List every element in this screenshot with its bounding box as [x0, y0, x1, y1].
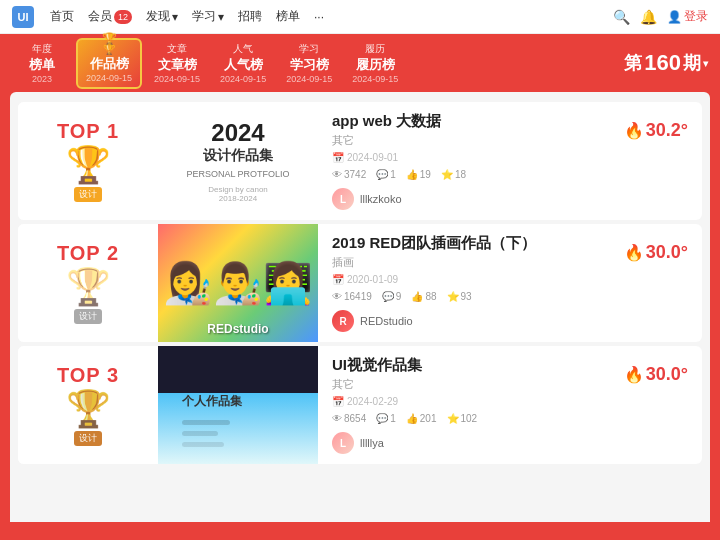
nav-item-member[interactable]: 会员 12: [88, 8, 132, 25]
banner-tab-works[interactable]: 🏆 作品榜 2024-09-15: [76, 38, 142, 89]
rank-author-3: L lllllya: [332, 432, 610, 454]
banner-tab-resume[interactable]: 履历 履历榜 2024-09-15: [344, 38, 406, 88]
banner-tab-articles[interactable]: 文章 文章榜 2024-09-15: [146, 38, 208, 88]
tab-popular-icon: 人气: [233, 42, 253, 56]
banner-tab-learning[interactable]: 学习 学习榜 2024-09-15: [278, 38, 340, 88]
banner-tabs: 年度 榜单 2023 🏆 作品榜 2024-09-15 文章 文章榜 2024-…: [0, 34, 720, 92]
rank-cat-1: 其它: [332, 133, 610, 148]
rank-label-1: TOP 1: [57, 120, 119, 143]
tab-learning-icon: 学习: [299, 42, 319, 56]
rank-item-1: TOP 1 🏆 设计 2024 设计作品集 PERSONAL PROTFOLIO…: [18, 102, 702, 220]
rank-info-top-2: 2019 RED团队插画作品（下） 插画 📅 2020-01-09 👁 1641…: [332, 234, 610, 302]
rank-title-2[interactable]: 2019 RED团队插画作品（下）: [332, 234, 610, 253]
rank-author-2: R REDstudio: [332, 310, 610, 332]
tab-resume-icon: 履历: [365, 42, 385, 56]
rank-left-2: TOP 2 🏆 设计: [18, 224, 158, 342]
tab-articles-icon: 文章: [167, 42, 187, 56]
rank-thumb-3[interactable]: 个人作品集: [158, 346, 318, 464]
rank-info-3: UI视觉作品集 其它 📅 2024-02-29 👁 8654 💬 1 👍 201…: [318, 346, 624, 464]
rank-info-1: app web 大数据 其它 📅 2024-09-01 👁 3742 💬 1 👍…: [318, 102, 624, 220]
rank-date-1: 📅 2024-09-01: [332, 152, 610, 163]
rank-cat-2: 插画: [332, 255, 610, 270]
rank-left-1: TOP 1 🏆 设计: [18, 102, 158, 220]
tab-works-icon: 🏆: [103, 44, 115, 55]
login-button[interactable]: 👤 登录: [667, 8, 708, 25]
rank-thumb-2[interactable]: 👩‍🎨👨‍🎨👩‍💻 REDstudio: [158, 224, 318, 342]
nav-item-more[interactable]: ···: [314, 10, 324, 24]
rank-thumb-1[interactable]: 2024 设计作品集 PERSONAL PROTFOLIO Design by …: [158, 102, 318, 220]
rank-label-3: TOP 3: [57, 364, 119, 387]
fire-icon-3: 🔥: [624, 365, 644, 384]
rank-tag-1: 设计: [74, 187, 102, 202]
rank-stats-3: 👁 8654 💬 1 👍 201 ⭐ 102: [332, 413, 610, 424]
fire-icon-2: 🔥: [624, 243, 644, 262]
rank-score-2: 🔥 30.0°: [624, 234, 702, 271]
avatar-1: L: [332, 188, 354, 210]
rank-score-1: 🔥 30.2°: [624, 112, 702, 149]
search-icon[interactable]: 🔍: [613, 9, 630, 25]
rank-author-1: L lllkzkoko: [332, 188, 610, 210]
nav-item-ranking[interactable]: 榜单: [276, 8, 300, 25]
tab-annual-icon: 年度: [32, 42, 52, 56]
rank-item-3: TOP 3 🏆 设计 个人作品集: [18, 346, 702, 464]
rank-cat-3: 其它: [332, 377, 610, 392]
period-badge: 第 160 期 ▾: [624, 50, 708, 76]
nav-right: 🔍 🔔 👤 登录: [613, 8, 708, 25]
nav-item-recruit[interactable]: 招聘: [238, 8, 262, 25]
avatar-2: R: [332, 310, 354, 332]
rank-title-1[interactable]: app web 大数据: [332, 112, 610, 131]
rank-item-inner-1: app web 大数据 其它 📅 2024-09-01 👁 3742 💬 1 👍…: [318, 102, 702, 220]
content-area: TOP 1 🏆 设计 2024 设计作品集 PERSONAL PROTFOLIO…: [10, 92, 710, 522]
nav-items: 首页 会员 12 发现 ▾ 学习 ▾ 招聘 榜单 ···: [50, 8, 597, 25]
rank-date-2: 📅 2020-01-09: [332, 274, 610, 285]
trophy-3: 🏆: [66, 391, 111, 427]
rank-stats-2: 👁 16419 💬 9 👍 88 ⭐ 93: [332, 291, 610, 302]
notification-icon[interactable]: 🔔: [640, 9, 657, 25]
fire-icon-1: 🔥: [624, 121, 644, 140]
rank-info-2: 2019 RED团队插画作品（下） 插画 📅 2020-01-09 👁 1641…: [318, 224, 624, 342]
navbar: UI 首页 会员 12 发现 ▾ 学习 ▾ 招聘 榜单 ··· 🔍 🔔 �: [0, 0, 720, 34]
rank-item-2: TOP 2 🏆 设计 👩‍🎨👨‍🎨👩‍💻 REDstudio 2019 RED团…: [18, 224, 702, 342]
nav-item-home[interactable]: 首页: [50, 8, 74, 25]
trophy-1: 🏆: [66, 147, 111, 183]
rank-stats-1: 👁 3742 💬 1 👍 19 ⭐ 18: [332, 169, 610, 180]
ranking-list: TOP 1 🏆 设计 2024 设计作品集 PERSONAL PROTFOLIO…: [10, 92, 710, 474]
banner-tab-annual[interactable]: 年度 榜单 2023: [12, 38, 72, 88]
rank-info-top-1: app web 大数据 其它 📅 2024-09-01 👁 3742 💬 1 👍…: [332, 112, 610, 180]
logo[interactable]: UI: [12, 6, 34, 28]
avatar-3: L: [332, 432, 354, 454]
banner-tab-popular[interactable]: 人气 人气榜 2024-09-15: [212, 38, 274, 88]
rank-title-3[interactable]: UI视觉作品集: [332, 356, 610, 375]
nav-item-learn[interactable]: 学习 ▾: [192, 8, 224, 25]
nav-item-discover[interactable]: 发现 ▾: [146, 8, 178, 25]
rank-info-top-3: UI视觉作品集 其它 📅 2024-02-29 👁 8654 💬 1 👍 201…: [332, 356, 610, 424]
rank-item-inner-2: 2019 RED团队插画作品（下） 插画 📅 2020-01-09 👁 1641…: [318, 224, 702, 342]
rank-label-2: TOP 2: [57, 242, 119, 265]
rank-score-3: 🔥 30.0°: [624, 356, 702, 393]
rank-tag-2: 设计: [74, 309, 102, 324]
rank-date-3: 📅 2024-02-29: [332, 396, 610, 407]
rank-item-inner-3: UI视觉作品集 其它 📅 2024-02-29 👁 8654 💬 1 👍 201…: [318, 346, 702, 464]
trophy-2: 🏆: [66, 269, 111, 305]
rank-left-3: TOP 3 🏆 设计: [18, 346, 158, 464]
rank-tag-3: 设计: [74, 431, 102, 446]
